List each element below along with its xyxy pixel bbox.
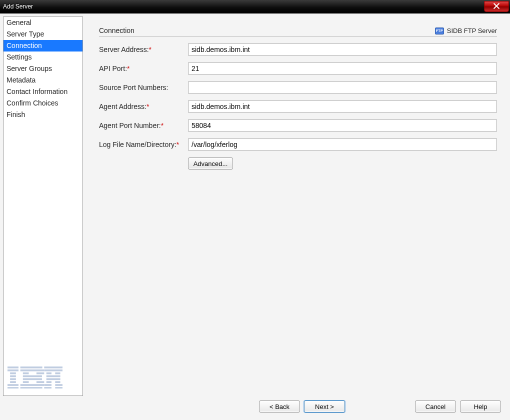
- svg-rect-13: [46, 376, 60, 378]
- required-mark: *: [161, 122, 164, 130]
- svg-rect-19: [36, 381, 44, 383]
- svg-rect-2: [44, 366, 62, 368]
- svg-rect-27: [20, 387, 42, 388]
- sidebar-item-finish[interactable]: Finish: [4, 109, 82, 120]
- label-agent-port: Agent Port Number:*: [99, 122, 188, 130]
- wizard-footer: < Back Next > Cancel Help: [0, 396, 510, 420]
- label-api-port: API Port:*: [99, 64, 188, 72]
- main-panel: Connection FTP SIDB FTP Server Server Ad…: [89, 16, 507, 396]
- svg-rect-7: [23, 372, 29, 374]
- svg-rect-12: [23, 376, 42, 378]
- api-port-input[interactable]: [188, 62, 497, 74]
- row-log-file: Log File Name/Directory:*: [99, 138, 497, 150]
- sidebar-item-confirm-choices[interactable]: Confirm Choices: [4, 98, 82, 109]
- svg-rect-4: [20, 370, 44, 372]
- source-ports-input[interactable]: [188, 82, 497, 94]
- svg-rect-17: [10, 381, 16, 383]
- section-header: Connection FTP SIDB FTP Server: [99, 26, 497, 36]
- svg-rect-20: [46, 381, 52, 383]
- wizard-step-list: General Server Type Connection Settings …: [4, 17, 82, 120]
- window-title: Add Server: [0, 3, 33, 10]
- required-mark: *: [149, 46, 152, 54]
- svg-rect-11: [10, 376, 16, 378]
- svg-rect-3: [8, 370, 18, 372]
- section-title: Connection: [99, 26, 134, 34]
- svg-rect-14: [10, 378, 16, 380]
- ibm-logo-icon: [8, 366, 62, 389]
- server-brand: FTP SIDB FTP Server: [435, 27, 497, 34]
- help-button[interactable]: Help: [460, 400, 501, 412]
- svg-rect-6: [10, 372, 16, 374]
- svg-rect-28: [44, 387, 52, 388]
- agent-address-input[interactable]: [188, 100, 497, 112]
- sidebar-item-general[interactable]: General: [4, 17, 82, 28]
- svg-rect-25: [55, 384, 62, 386]
- row-agent-port: Agent Port Number:*: [99, 120, 497, 132]
- svg-rect-8: [36, 372, 44, 374]
- end-button-group: Cancel Help: [415, 400, 501, 412]
- svg-rect-15: [23, 378, 42, 380]
- log-file-input[interactable]: [188, 138, 497, 150]
- row-api-port: API Port:*: [99, 62, 497, 74]
- svg-rect-0: [8, 366, 18, 368]
- svg-rect-29: [55, 387, 62, 388]
- required-mark: *: [127, 64, 130, 72]
- row-advanced: Advanced...: [99, 158, 497, 170]
- nav-button-group: < Back Next >: [259, 400, 345, 412]
- server-brand-text: SIDB FTP Server: [447, 27, 497, 34]
- svg-rect-9: [46, 372, 52, 374]
- sidebar-item-connection[interactable]: Connection: [4, 40, 82, 52]
- dialog-body: General Server Type Connection Settings …: [0, 13, 510, 420]
- agent-port-input[interactable]: [188, 120, 497, 132]
- cancel-button[interactable]: Cancel: [415, 400, 456, 412]
- connection-form: Server Address:* API Port:* Source Port …: [99, 44, 497, 170]
- next-button[interactable]: Next >: [304, 400, 345, 412]
- row-agent-address: Agent Address:*: [99, 100, 497, 112]
- window-close-button[interactable]: [484, 1, 509, 12]
- window-titlebar: Add Server: [0, 0, 510, 13]
- svg-rect-24: [44, 384, 52, 386]
- svg-rect-5: [44, 370, 62, 372]
- svg-rect-18: [23, 381, 29, 383]
- label-log-file: Log File Name/Directory:*: [99, 140, 188, 148]
- wizard-sidebar: General Server Type Connection Settings …: [3, 16, 83, 396]
- label-server-address: Server Address:*: [99, 46, 188, 54]
- svg-rect-1: [20, 366, 42, 368]
- required-mark: *: [146, 102, 149, 110]
- label-agent-address: Agent Address:*: [99, 102, 188, 110]
- required-mark: *: [176, 140, 179, 148]
- advanced-button[interactable]: Advanced...: [188, 158, 233, 170]
- svg-rect-16: [46, 378, 60, 380]
- sidebar-item-metadata[interactable]: Metadata: [4, 74, 82, 86]
- svg-rect-10: [55, 372, 60, 374]
- svg-rect-26: [8, 387, 18, 388]
- svg-rect-21: [55, 381, 60, 383]
- sidebar-item-contact-information[interactable]: Contact Information: [4, 86, 82, 98]
- svg-rect-22: [8, 384, 18, 386]
- label-source-ports: Source Port Numbers:: [99, 84, 188, 92]
- svg-rect-23: [20, 384, 44, 386]
- ftp-icon: FTP: [435, 28, 444, 34]
- close-icon: [494, 3, 500, 10]
- back-button[interactable]: < Back: [259, 400, 300, 412]
- server-address-input[interactable]: [188, 44, 497, 56]
- sidebar-item-settings[interactable]: Settings: [4, 52, 82, 63]
- ibm-logo: [4, 362, 82, 396]
- sidebar-item-server-type[interactable]: Server Type: [4, 28, 82, 40]
- sidebar-item-server-groups[interactable]: Server Groups: [4, 63, 82, 74]
- dialog-content: General Server Type Connection Settings …: [0, 14, 510, 396]
- row-source-ports: Source Port Numbers:: [99, 82, 497, 94]
- row-server-address: Server Address:*: [99, 44, 497, 56]
